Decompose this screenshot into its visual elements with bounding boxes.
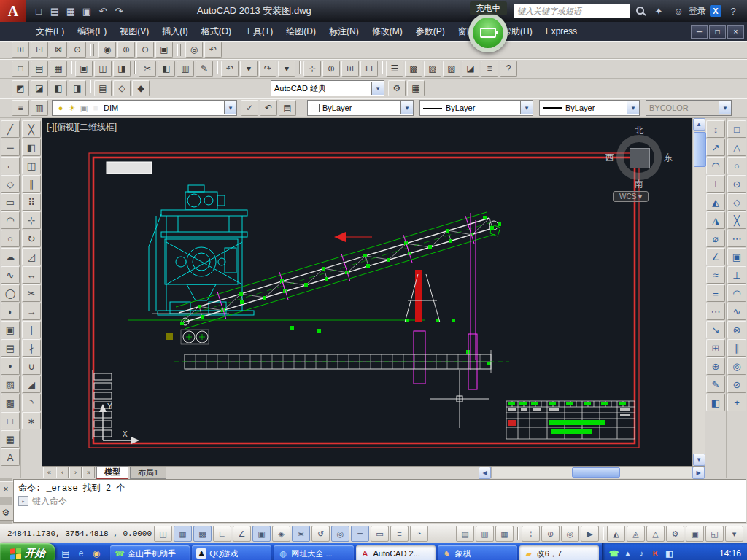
tab-scroll-next-icon[interactable]: › <box>69 467 82 478</box>
dynamic-ucs-icon[interactable]: ↺ <box>311 526 330 542</box>
hatch-icon[interactable]: ▨ <box>1 376 20 393</box>
pan-status-icon[interactable]: ⊹ <box>522 526 540 542</box>
tab-scroll-last-icon[interactable]: » <box>82 467 95 478</box>
copy-icon[interactable]: ◧ <box>22 139 41 156</box>
cut-icon[interactable]: ✂ <box>139 61 156 77</box>
tab-scroll-prev-icon[interactable]: ‹ <box>56 467 69 478</box>
compass-east-label[interactable]: 东 <box>664 152 673 164</box>
join-icon[interactable]: ∪ <box>22 357 41 375</box>
dim-linear-icon[interactable]: ↕ <box>706 120 725 138</box>
snap-midpoint-icon[interactable]: △ <box>727 139 746 156</box>
redo-list-icon[interactable]: ▾ <box>278 61 295 77</box>
scale-icon[interactable]: ◿ <box>22 248 41 265</box>
region-icon[interactable]: □ <box>1 412 20 429</box>
plot-icon[interactable]: ▣ <box>75 61 93 77</box>
coordinate-readout[interactable]: 24841.1730, 3754.4818 , 0.0000 <box>0 529 153 538</box>
spline-icon[interactable]: ∿ <box>1 266 20 284</box>
snap-intersection-icon[interactable]: ╳ <box>727 211 746 229</box>
help-icon[interactable]: ? <box>500 61 517 77</box>
help-icon[interactable]: ? <box>725 3 741 19</box>
menu-view[interactable]: 视图(V) <box>113 22 155 41</box>
snap-center-icon[interactable]: ○ <box>727 157 746 174</box>
tray-phone-icon[interactable]: ☎ <box>608 548 619 559</box>
zoom-out-icon[interactable]: ⊖ <box>136 42 154 58</box>
show-motion-icon[interactable]: ▶ <box>581 526 599 542</box>
point-icon[interactable]: • <box>1 357 20 375</box>
tray-security-icon[interactable]: ▲ <box>622 548 633 559</box>
dim-quick-icon[interactable]: ≈ <box>706 266 725 284</box>
publish-icon[interactable]: ◨ <box>113 61 131 77</box>
model-space-toggle-icon[interactable]: ▤ <box>456 526 474 542</box>
menu-edit[interactable]: 编辑(E) <box>71 22 113 41</box>
compass-south-label[interactable]: 南 <box>635 178 643 190</box>
communication-center-icon[interactable]: ✦ <box>651 3 667 19</box>
vertical-scroll-track[interactable] <box>694 131 705 454</box>
erase-icon[interactable]: ╳ <box>22 120 41 138</box>
dim-angular-icon[interactable]: ∠ <box>706 248 725 265</box>
zoom-realtime-icon[interactable]: ⊕ <box>322 61 340 77</box>
layer-isolate-icon[interactable]: ▤ <box>279 100 296 116</box>
toolbar-grip[interactable] <box>4 63 7 75</box>
circle-icon[interactable]: ○ <box>1 230 20 247</box>
dim-style-icon[interactable]: ◧ <box>706 394 725 411</box>
qopen-icon[interactable]: ▤ <box>47 3 63 19</box>
qredo-icon[interactable]: ↷ <box>111 3 127 19</box>
annotation-scale-icon[interactable]: △ <box>646 526 665 542</box>
quick-view-drawings-icon[interactable]: ▦ <box>495 526 514 542</box>
scroll-down-icon[interactable]: ▼ <box>693 454 705 466</box>
chamfer-icon[interactable]: ◢ <box>22 376 41 393</box>
dim-radius-icon[interactable]: ◭ <box>706 193 725 211</box>
zoom-scale-icon[interactable]: ⊠ <box>50 42 67 58</box>
toolbar-grip[interactable] <box>90 44 94 56</box>
multiline-text-icon[interactable]: A <box>1 448 20 466</box>
undo-icon[interactable]: ↶ <box>221 61 239 77</box>
draworder-bring-front-icon[interactable]: ◩ <box>12 80 29 96</box>
mirror-icon[interactable]: ◫ <box>22 157 41 174</box>
autocad-logo-icon[interactable]: A <box>0 0 26 22</box>
snap-insertion-icon[interactable]: ▣ <box>727 248 746 265</box>
clean-screen-icon[interactable]: ◱ <box>705 526 724 542</box>
horizontal-scroll-thumb[interactable] <box>572 467 620 478</box>
quick-properties-icon[interactable]: ≡ <box>390 526 409 542</box>
named-views-icon[interactable]: ▤ <box>94 80 112 96</box>
multileader-icon[interactable]: ↘ <box>706 321 725 338</box>
snap-endpoint-icon[interactable]: □ <box>727 120 746 138</box>
trim-icon[interactable]: ✂ <box>22 284 41 302</box>
chevron-down-icon[interactable] <box>400 101 413 114</box>
snap-settings-icon[interactable]: ◎ <box>727 357 746 375</box>
dim-ordinate-icon[interactable]: ⊥ <box>706 175 725 192</box>
center-mark-icon[interactable]: ⊕ <box>706 357 725 375</box>
rectangle-icon[interactable]: ▭ <box>1 193 20 211</box>
extend-icon[interactable]: → <box>22 303 41 320</box>
object-snap-icon[interactable]: ▣ <box>252 526 271 542</box>
qundo-icon[interactable]: ↶ <box>95 3 111 19</box>
scroll-left-icon[interactable]: ◀ <box>479 467 491 479</box>
paste-icon[interactable]: ▥ <box>177 61 194 77</box>
chevron-down-icon[interactable] <box>520 101 533 114</box>
tray-volume-icon[interactable]: ♪ <box>636 548 647 559</box>
lineweight-combo[interactable]: ByLayer <box>539 100 640 116</box>
polygon-icon[interactable]: ◇ <box>1 175 20 192</box>
snap-tracking-icon[interactable]: + <box>727 394 746 411</box>
draworder-send-back-icon[interactable]: ◪ <box>31 80 48 96</box>
zoom-window-flyout-icon[interactable]: ⊞ <box>341 61 359 77</box>
zoom-status-icon[interactable]: ⊕ <box>541 526 560 542</box>
menu-insert[interactable]: 插入(I) <box>155 22 194 41</box>
drawing-canvas[interactable]: Y X <box>42 118 692 466</box>
properties-palette-icon[interactable]: ☰ <box>386 61 403 77</box>
qplot-icon[interactable]: ▣ <box>79 3 95 19</box>
selection-cycling-icon[interactable]: ◔ <box>410 526 428 542</box>
viewcube-compass[interactable]: 北 南 西 东 <box>608 127 670 188</box>
tab-layout1[interactable]: 布局1 <box>130 467 166 479</box>
designcenter-icon[interactable]: ▩ <box>405 61 422 77</box>
open-icon[interactable]: ▤ <box>31 61 48 77</box>
taskbar-button-jinshan-assistant[interactable]: ☎金山手机助手 <box>110 545 190 560</box>
dynamic-input-icon[interactable]: ◎ <box>331 526 349 542</box>
start-button[interactable]: 开始 <box>0 543 55 560</box>
visual-styles-icon[interactable]: ◆ <box>132 80 150 96</box>
show-desktop-icon[interactable]: ▤ <box>59 547 72 560</box>
menu-file[interactable]: 文件(F) <box>29 22 71 41</box>
object-snap-tracking-icon[interactable]: ≍ <box>292 526 310 542</box>
status-bar-menu-icon[interactable]: ▾ <box>725 526 743 542</box>
table-icon[interactable]: ▦ <box>1 430 20 448</box>
